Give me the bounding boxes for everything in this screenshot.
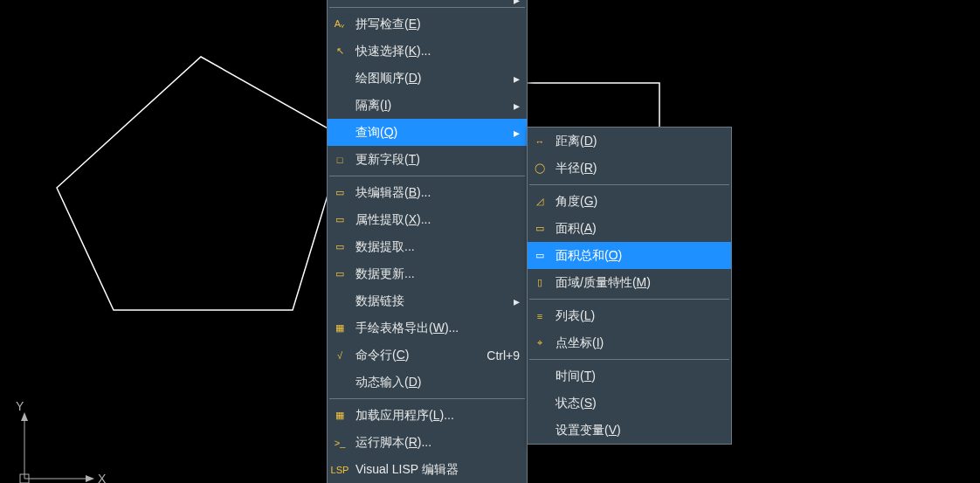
quick-select-icon: ↖ <box>331 43 349 60</box>
angle-icon: ◿ <box>531 193 549 210</box>
menu-item[interactable]: ↖快速选择(K)... <box>328 38 527 65</box>
vlisp-icon: LSP <box>331 461 349 479</box>
menu-item[interactable]: 设置变量(V) <box>528 417 731 444</box>
menu-item[interactable]: ⌖点坐标(I) <box>528 329 731 356</box>
blank-icon <box>331 97 349 114</box>
blank-icon <box>531 395 549 412</box>
blank-icon <box>331 124 349 141</box>
menu-item-label: 数据更新... <box>355 266 415 282</box>
menu-item-label: 角度(G) <box>556 194 597 210</box>
menu-item-label: 时间(T) <box>556 369 596 384</box>
menu-item[interactable]: 状态(S) <box>528 390 731 417</box>
menu-item-label: 半径(R) <box>556 161 597 176</box>
area-icon: ▭ <box>531 220 549 238</box>
distance-icon: ↔ <box>531 133 549 150</box>
table-export-icon: ▦ <box>331 320 349 337</box>
submenu-arrow-icon: ▸ <box>493 126 520 140</box>
menu-item[interactable]: LSPVisual LISP 编辑器 <box>328 456 527 483</box>
point-coord-icon: ⌖ <box>531 335 549 352</box>
menu-separator <box>329 7 525 8</box>
blank-icon <box>331 293 349 310</box>
area-sum-icon: ▭ <box>531 247 549 265</box>
menu-item-label: 面域/质量特性(M) <box>556 275 651 291</box>
data-extract-icon: ▭ <box>331 238 349 256</box>
blank-icon <box>531 368 549 385</box>
menu-item[interactable]: ▭面积(A) <box>528 215 731 242</box>
menu-item[interactable]: ▦手绘表格导出(W)... <box>328 314 527 342</box>
menu-separator <box>529 359 729 360</box>
menu-item[interactable]: ▭数据更新... <box>328 260 527 287</box>
menu-item[interactable]: ▭数据提取... <box>328 233 527 260</box>
menu-item-label: 隔离(I) <box>355 98 391 114</box>
menu-item-label: 加载应用程序(L)... <box>355 408 454 424</box>
menu-item[interactable]: ▦加载应用程序(L)... <box>328 402 527 429</box>
menu-item[interactable]: 时间(T) <box>528 362 731 390</box>
menu-item[interactable]: ↔距离(D) <box>528 128 731 155</box>
axis-y-label: Y <box>16 399 24 413</box>
menu-item[interactable]: □更新字段(T) <box>328 146 527 173</box>
menu-item-label: 绘图顺序(D) <box>355 71 421 86</box>
radius-icon: ◯ <box>531 160 549 177</box>
menu-item[interactable]: 查询(Q)▸ <box>328 119 527 146</box>
submenu-arrow-icon: ▸ <box>493 72 520 86</box>
menu-item[interactable]: 隔离(I)▸ <box>328 92 527 119</box>
list-icon: ≡ <box>531 307 549 325</box>
menu-item-label: 设置变量(V) <box>556 423 621 438</box>
spell-check-icon: Aᵥ <box>331 16 349 33</box>
menu-item[interactable]: 绘图顺序(D)▸ <box>328 65 527 92</box>
menu-item[interactable]: ◿角度(G) <box>528 188 731 215</box>
menu-item-label: 命令行(C) <box>355 348 409 363</box>
block-editor-icon: ▭ <box>331 184 349 202</box>
menu-item-label: 点坐标(I) <box>556 335 604 351</box>
menu-item-label: 拼写检查(E) <box>355 17 421 32</box>
menu-item-label: 动态输入(D) <box>355 375 421 390</box>
menu-item-label: 距离(D) <box>556 134 597 149</box>
menu-item[interactable]: ▭属性提取(X)... <box>328 206 527 233</box>
menu-item[interactable]: √命令行(C)Ctrl+9 <box>328 342 527 369</box>
blank-icon <box>531 422 549 439</box>
blank-icon <box>331 374 349 391</box>
svg-marker-3 <box>86 475 94 482</box>
update-field-icon: □ <box>331 151 349 169</box>
submenu-arrow-icon: ▸ <box>493 294 520 308</box>
menu-separator <box>529 299 729 300</box>
menu-separator <box>529 184 729 185</box>
menu-item[interactable]: >_运行脚本(R)... <box>328 429 527 456</box>
menu-item-label: 数据链接 <box>355 293 404 309</box>
attribute-extract-icon: ▭ <box>331 211 349 229</box>
menu-item-label: 快速选择(K)... <box>355 44 431 59</box>
blank-icon <box>331 70 349 87</box>
axis-x-label: X <box>98 472 107 483</box>
menu-item[interactable]: ▸ <box>328 0 527 4</box>
menu-item[interactable]: 数据链接▸ <box>328 287 527 314</box>
menu-item-label: 手绘表格导出(W)... <box>355 321 459 336</box>
menu-item-label: 块编辑器(B)... <box>355 185 431 201</box>
menu-item[interactable]: ▭面积总和(O) <box>528 242 731 269</box>
submenu-arrow-icon: ▸ <box>493 99 520 113</box>
svg-marker-1 <box>21 412 28 421</box>
menu-item-label: 列表(L) <box>556 308 595 324</box>
menu-item-label: 数据提取... <box>355 239 415 255</box>
menu-item[interactable]: ≡列表(L) <box>528 302 731 329</box>
submenu-arrow-icon: ▸ <box>493 0 520 4</box>
axis-indicator: Y X <box>9 391 114 483</box>
menu-item-label: 运行脚本(R)... <box>355 435 431 451</box>
query-submenu[interactable]: ↔距离(D)◯半径(R)◿角度(G)▭面积(A)▭面积总和(O)▯面域/质量特性… <box>527 127 732 445</box>
menu-item[interactable]: ▭块编辑器(B)... <box>328 179 527 206</box>
menu-item-label: 面积总和(O) <box>556 248 622 264</box>
menu-item-shortcut: Ctrl+9 <box>466 348 520 362</box>
menu-item-label: 更新字段(T) <box>355 152 420 168</box>
menu-item[interactable]: Aᵥ拼写检查(E) <box>328 10 527 38</box>
menu-item[interactable]: ◯半径(R) <box>528 155 731 182</box>
menu-item[interactable]: 动态输入(D) <box>328 369 527 396</box>
menu-item-label: 属性提取(X)... <box>355 212 431 228</box>
menu-item-label: 查询(Q) <box>355 125 397 141</box>
tools-menu[interactable]: ▸Aᵥ拼写检查(E)↖快速选择(K)...绘图顺序(D)▸隔离(I)▸查询(Q)… <box>327 0 528 483</box>
menu-item-label: Visual LISP 编辑器 <box>355 462 459 478</box>
menu-item-label: 面积(A) <box>556 221 597 237</box>
run-script-icon: >_ <box>331 434 349 452</box>
menu-item[interactable]: ▯面域/质量特性(M) <box>528 269 731 296</box>
cad-canvas[interactable]: Y X ▸Aᵥ拼写检查(E)↖快速选择(K)...绘图顺序(D)▸隔离(I)▸查… <box>0 0 980 483</box>
region-mass-icon: ▯ <box>531 274 549 292</box>
load-app-icon: ▦ <box>331 407 349 424</box>
